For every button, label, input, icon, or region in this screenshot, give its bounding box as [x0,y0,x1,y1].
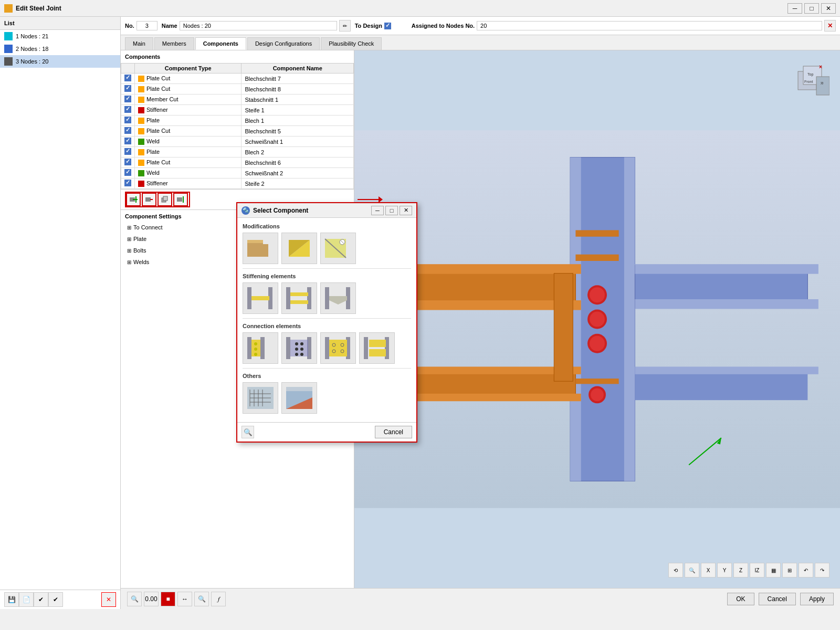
table-row[interactable]: Plate Blech 1 [121,116,354,126]
table-row[interactable]: Weld Schweißnaht 1 [121,136,354,147]
copy-component-button[interactable] [158,193,172,206]
svg-rect-25 [554,274,573,382]
components-table: Component Type Component Name Plate Cut … [121,63,354,189]
comp-mod-2[interactable] [281,233,317,264]
row-checkbox[interactable] [124,180,131,186]
dialog-minimize-button[interactable]: ─ [371,206,384,215]
edit-component-button[interactable] [173,193,188,206]
table-row[interactable]: Plate Blech 2 [121,147,354,158]
comp-conn-1[interactable] [243,332,278,364]
comp-other-1[interactable] [243,382,278,414]
list-item-2[interactable]: 2 Nodes : 18 [0,43,120,55]
close-button[interactable]: ✕ [821,3,836,14]
view-btn-z[interactable]: Z [733,563,748,578]
check2-button[interactable]: ✔ [48,592,63,607]
svg-point-27 [590,287,605,302]
row-color-swatch [138,97,144,103]
window-controls[interactable]: ─ □ ✕ [788,3,836,14]
row-checkbox[interactable] [124,169,131,176]
comp-mod-3[interactable] [320,233,356,264]
type-col-header: Component Type [135,64,242,74]
minimize-button[interactable]: ─ [788,3,802,14]
svg-rect-7 [177,197,182,202]
bottom-tool-2[interactable]: 0.00 [144,592,159,606]
select-component-dialog[interactable]: 🔩 Select Component ─ □ ✕ Modifications [236,202,417,443]
row-checkbox[interactable] [124,75,131,81]
add-component-button[interactable] [126,193,141,206]
apply-button[interactable]: Apply [800,593,834,605]
remove-component-button[interactable] [142,193,156,206]
tab-main[interactable]: Main [125,37,153,50]
dialog-search-button[interactable]: 🔍 [242,426,254,438]
row-checkbox[interactable] [124,148,131,155]
table-row[interactable]: Plate Cut Blechschnitt 8 [121,84,354,94]
dialog-close-button[interactable]: ✕ [400,206,412,215]
comp-stiff-1[interactable] [243,282,278,314]
row-checkbox[interactable] [124,127,131,134]
view-btn-1[interactable]: ⟲ [668,563,683,578]
stiffening-grid [243,282,411,314]
ok-button[interactable]: OK [727,593,754,605]
view-btn-x[interactable]: X [701,563,716,578]
tab-plausibility[interactable]: Plausibility Check [321,37,382,50]
row-checkbox[interactable] [124,138,131,144]
others-label: Others [243,373,411,379]
comp-conn-4[interactable] [359,332,395,364]
bottom-tool-3[interactable]: ■ [161,592,175,606]
row-checkbox[interactable] [124,117,131,123]
tab-members[interactable]: Members [154,37,194,50]
comp-conn-2[interactable] [281,332,317,364]
bottom-tool-6[interactable]: 𝑓 [211,592,226,606]
dialog-cancel-button[interactable]: Cancel [375,426,412,438]
row-checkbox[interactable] [124,159,131,165]
check-button[interactable]: ✔ [34,592,48,607]
view-btn-y[interactable]: Y [717,563,732,578]
view-btn-iz[interactable]: IZ [750,563,764,578]
assigned-nodes-group: Assigned to Nodes No. ✕ [412,20,836,32]
maximize-button[interactable]: □ [804,3,819,14]
svg-rect-60 [290,292,308,296]
cube-navigator[interactable]: Front Top R × [788,61,830,103]
table-row[interactable]: Stiffener Steife 1 [121,105,354,116]
assigned-close-button[interactable]: ✕ [824,20,836,32]
comp-conn-3[interactable] [320,332,356,364]
comp-stiff-3[interactable] [320,282,356,314]
comp-mod-1[interactable] [243,233,278,264]
table-row[interactable]: Plate Cut Blechschnitt 5 [121,126,354,136]
divider-1 [243,268,411,269]
row-checkbox[interactable] [124,96,131,102]
name-edit-button[interactable]: ✏ [339,20,351,32]
tab-components[interactable]: Components [195,37,246,50]
table-row[interactable]: Plate Cut Blechschnitt 7 [121,74,354,84]
list-item-3[interactable]: 3 Nodes : 20 [0,55,120,68]
svg-rect-66 [260,337,265,359]
3d-view[interactable]: Front Top R × ⟲ 🔍 X Y Z IZ ▦ [354,50,840,588]
assigned-input[interactable] [477,21,822,30]
to-design-checkbox[interactable] [384,23,391,29]
bottom-tool-5[interactable]: 🔍 [194,592,209,606]
table-row[interactable]: Member Cut Stabschnitt 1 [121,94,354,105]
delete-button[interactable]: ✕ [101,592,116,607]
view-btn-2[interactable]: 🔍 [685,563,699,578]
dialog-maximize-button[interactable]: □ [385,206,398,215]
tab-design-configs[interactable]: Design Configurations [247,37,320,50]
comp-other-2[interactable] [281,382,317,414]
table-row[interactable]: Weld Schweißnaht 2 [121,168,354,178]
bottom-tool-1[interactable]: 🔍 [127,592,142,606]
settings-label-welds: Welds [133,259,149,265]
view-btn-grid[interactable]: ⊞ [782,563,797,578]
view-btn-redo[interactable]: ↷ [815,563,830,578]
save-button[interactable]: 💾 [4,592,19,607]
view-btn-layers[interactable]: ▦ [766,563,781,578]
row-checkbox[interactable] [124,85,131,92]
list-item-1[interactable]: 1 Nodes : 21 [0,30,120,43]
svg-rect-18 [635,264,818,274]
table-row[interactable]: Plate Cut Blechschnitt 6 [121,158,354,168]
bottom-tool-4[interactable]: ↔ [177,592,192,606]
row-checkbox[interactable] [124,106,131,113]
save-as-button[interactable]: 📄 [19,592,34,607]
cancel-bottom-button[interactable]: Cancel [759,593,796,605]
view-btn-undo[interactable]: ↶ [799,563,813,578]
table-row[interactable]: Stiffener Steife 2 [121,178,354,189]
comp-stiff-2[interactable] [281,282,317,314]
